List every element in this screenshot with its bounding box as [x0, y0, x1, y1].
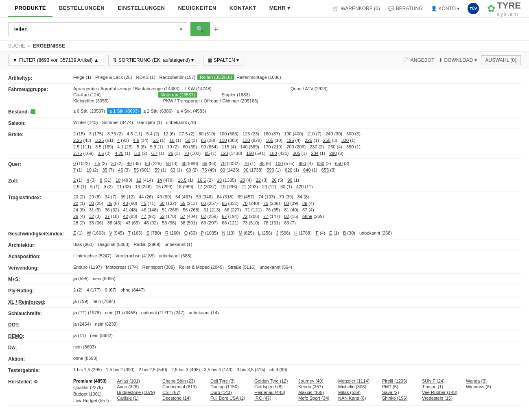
brand-cst[interactable]: CST (67) — [160, 390, 205, 395]
filter-tag-bestand-1[interactable]: ≥ 1 Stk. (8693) — [107, 108, 141, 114]
ft-zoll-18[interactable]: 18 (1335) — [215, 177, 238, 183]
ft-zoll-25[interactable]: 2.5 (1) — [71, 184, 88, 189]
brand-goldspeed[interactable]: Goldspeed (8) — [252, 384, 293, 390]
filter-tag-felge[interactable]: Felge (1) — [71, 74, 93, 80]
ft-breite-225[interactable]: 2.25 (43) — [71, 137, 93, 143]
ft-test-3[interactable]: 3 bis 3,5 (415) — [235, 367, 267, 372]
filter-tag-pflege[interactable]: Pflege & Lack (28) — [93, 74, 134, 80]
brand-veerubber[interactable]: Vee Rubber (148) — [420, 390, 461, 395]
ft-gi-l[interactable]: L (256) — [256, 230, 274, 236]
ft-tli-63[interactable]: 63 (207) — [199, 220, 220, 226]
quality-low-budget[interactable]: Low-Budget (557) — [71, 398, 111, 403]
ft-gi-z[interactable]: Z (1) — [71, 230, 85, 236]
ft-achspos-hinter[interactable]: Hinterachse (5247) — [71, 253, 114, 259]
brand-sava[interactable]: Sava (2) — [380, 390, 417, 395]
brand-nankang[interactable]: NAN Kang (6) — [336, 395, 377, 401]
ft-zoll-22[interactable]: 22 (3) — [254, 177, 270, 183]
ft-tli-28[interactable]: 28 (2) — [71, 220, 87, 226]
ft-zoll-16[interactable]: 16 (989) — [175, 184, 195, 189]
ft-quer-10[interactable]: 10 (2) — [85, 167, 101, 173]
download-button[interactable]: ⬇ DOWNLOAD ▾ — [439, 55, 477, 65]
nav-item-produkte[interactable]: PRODUKTE — [8, 0, 52, 17]
ft-tli-61[interactable]: 61 (213) — [201, 207, 222, 213]
ft-ply-2[interactable]: 2 (2) — [71, 287, 85, 293]
filter-label-demo[interactable]: DEMO: — [8, 333, 71, 339]
ft-zoll-15[interactable]: 15 (299) — [154, 184, 175, 189]
brand-pmt[interactable]: PMT (5) — [380, 384, 417, 390]
ft-quer-55[interactable]: 55 (601) — [132, 167, 153, 173]
ft-tli-77[interactable]: 77 (147) — [261, 213, 282, 219]
ft-breite-110[interactable]: 110 (888) — [217, 137, 240, 143]
ft-tli-51[interactable]: 51 (268) — [160, 207, 181, 213]
nav-item-neuigkeiten[interactable]: NEUIGKEITEN — [171, 0, 223, 17]
nav-item-einstellungen[interactable]: EINSTELLUNGEN — [111, 0, 171, 17]
ft-breite-210[interactable]: 210 (7) — [305, 131, 324, 137]
ft-quer-75[interactable]: 7.5 (2) — [92, 161, 109, 166]
ft-tli-35[interactable]: 35 (8) — [105, 200, 121, 206]
filter-tag-agrar[interactable]: Agrargeräte / Agrarfahrzeuge / Baufahrze… — [71, 86, 181, 91]
brand-metzeler[interactable]: Metzeler (1114) — [336, 378, 377, 384]
ft-zoll-23[interactable]: 23 (12) — [260, 184, 278, 189]
filter-tag-radzubehoer[interactable]: Radzubehör (157) — [157, 74, 198, 80]
ft-gi-r[interactable]: R (260) — [163, 230, 182, 236]
ft-breite-54[interactable]: 5.4 (2) — [144, 131, 161, 137]
ft-tli-31[interactable]: 31 (5) — [87, 207, 103, 213]
ft-breite-234[interactable]: 234 (1) — [309, 150, 327, 156]
filter-label-xl[interactable]: XL / Reinforced: — [8, 298, 71, 305]
ft-test-35[interactable]: 3,5 bis 4 (140) — [202, 367, 234, 372]
ft-breite-60[interactable]: 60 (69) — [181, 144, 199, 150]
ft-test-2[interactable]: 2 bis 2,5 (540) — [137, 367, 169, 372]
breadcrumb-suche[interactable]: SUCHE — [8, 43, 25, 49]
ft-zoll-8[interactable]: 8 (31) — [98, 177, 114, 183]
brand-deestone[interactable]: Deestone (14) — [160, 395, 205, 401]
brand-mefo[interactable]: Mefo Sport (34) — [296, 395, 333, 401]
angebot-button[interactable]: 📄 ANGEBOT — [403, 55, 435, 65]
brand-wanda[interactable]: Wanda (3) — [464, 378, 496, 384]
ft-zoll-17[interactable]: 17 (3037) — [195, 184, 219, 189]
ft-zoll-11[interactable]: 11 (33) — [115, 184, 133, 189]
ft-sch-unbekannt[interactable]: unbekannt (14) — [187, 310, 221, 316]
ft-quer-65[interactable]: 65 (58) — [200, 161, 219, 166]
brand-heidenau[interactable]: Heidenau (443) — [252, 390, 293, 395]
ft-tli-30[interactable]: 30 (25) — [87, 200, 105, 206]
ft-tli-65[interactable]: 65 (332) — [220, 200, 240, 206]
ft-zoll-26[interactable]: 26 (5) — [269, 177, 285, 183]
ft-gi-q[interactable]: Q (63) — [182, 230, 199, 236]
ft-aktion-ohne[interactable]: ohne (8693) — [71, 355, 99, 361]
brand-goldentyre[interactable]: Golden Tyre (12) — [252, 378, 293, 384]
ft-tli-80[interactable]: 80 (39) — [282, 200, 300, 206]
ft-da-nein[interactable]: nein (8693) — [71, 344, 98, 350]
ft-quer-85[interactable]: 85 (6) — [258, 161, 273, 166]
ft-ms-ja[interactable]: ja (598) — [71, 276, 91, 281]
ft-zoll-13[interactable]: 13 (246) — [133, 184, 154, 189]
ft-zoll-4[interactable]: 4 (3) — [85, 177, 98, 183]
ft-gi-v[interactable]: V (945) — [107, 230, 126, 236]
ft-quer-45[interactable]: 45 (3) — [116, 167, 132, 173]
ft-gi-s[interactable]: S (780) — [144, 230, 163, 236]
ft-quer-620[interactable]: 620 (1) — [283, 167, 301, 173]
ft-tli-49[interactable]: 49 (99) — [155, 194, 173, 200]
ft-gi-m[interactable]: M (825) — [236, 230, 256, 236]
ft-tli-84[interactable]: 84 (8) — [295, 194, 311, 200]
ft-breite-95[interactable]: 95 (1) — [203, 150, 219, 156]
filter-tag-gokart[interactable]: Go-Kart (124) — [71, 92, 103, 98]
ft-breite-100[interactable]: 100 (583) — [217, 131, 240, 137]
ft-breite-280[interactable]: 280 (3) — [327, 150, 345, 156]
sort-button[interactable]: ⇅ SORTIERUNG (EK: aufsteigend) ▾ — [108, 55, 198, 65]
ft-breite-350[interactable]: 350 (1) — [344, 144, 363, 150]
ft-tli-56[interactable]: 56 (268) — [181, 207, 201, 213]
ft-breite-115[interactable]: 115 (4) — [220, 144, 238, 150]
ft-zoll-90[interactable]: 90 (1) — [285, 177, 301, 183]
ft-tli-59[interactable]: 59 (346) — [194, 194, 215, 200]
brand-chengshin[interactable]: Cheng Shin (23) — [160, 378, 205, 384]
ft-achspos-unbekannt[interactable]: unbekannt (688) — [157, 253, 193, 259]
brand-avon[interactable]: Avon (326) — [115, 384, 157, 390]
spalten-button[interactable]: ▦ SPALTEN ▾ — [203, 55, 243, 65]
ft-tli-54[interactable]: 54 (467) — [173, 194, 194, 200]
ft-zoll-2[interactable]: 2 (1) — [71, 177, 85, 183]
ft-quer-63[interactable]: 63 (1) — [168, 167, 184, 173]
ft-test-25[interactable]: 2,5 bis 3 (498) — [169, 367, 202, 372]
ft-breite-130[interactable]: 130 (928) — [240, 137, 264, 143]
ft-breite-5[interactable]: 5 (6) — [135, 144, 148, 150]
ft-achspos-vorder[interactable]: Vorderachse (4185) — [114, 253, 157, 259]
